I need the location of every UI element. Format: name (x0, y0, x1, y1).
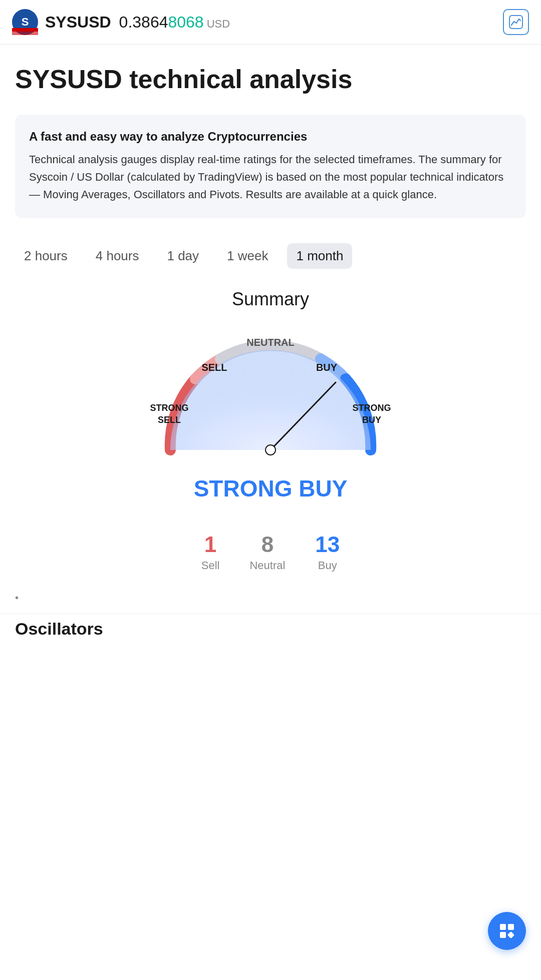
stat-neutral: 8 Neutral (249, 532, 285, 572)
stat-sell-label: Sell (201, 559, 220, 572)
timeframe-tabs: 2 hours 4 hours 1 day 1 week 1 month (0, 228, 541, 274)
timeframe-2hours[interactable]: 2 hours (15, 243, 77, 269)
oscillators-heading: Oscillators (0, 614, 541, 654)
page-title-section: SYSUSD technical analysis (0, 45, 541, 105)
logo-icon: S (12, 9, 38, 35)
timeframe-1month[interactable]: 1 month (287, 243, 352, 269)
sell-label: SELL (201, 362, 227, 373)
svg-rect-2 (12, 28, 38, 32)
chart-icon (509, 15, 523, 29)
info-box-title: A fast and easy way to analyze Cryptocur… (29, 130, 512, 144)
page-title: SYSUSD technical analysis (15, 65, 526, 95)
strong-buy-label-line1: STRONG (352, 403, 391, 413)
neutral-label: NEUTRAL (246, 337, 295, 348)
header-price: 0.38648068USD (119, 13, 230, 32)
stat-neutral-value: 8 (249, 532, 285, 557)
strong-sell-label-line1: STRONG (150, 403, 188, 413)
svg-rect-4 (509, 16, 522, 29)
bottom-dot: • (0, 582, 541, 609)
svg-point-6 (265, 445, 276, 455)
info-box: A fast and easy way to analyze Cryptocur… (15, 115, 526, 219)
signal-label: STRONG BUY (15, 475, 526, 502)
timeframe-1day[interactable]: 1 day (158, 243, 208, 269)
stats-row: 1 Sell 8 Neutral 13 Buy (0, 532, 541, 582)
price-highlight: 8068 (168, 13, 203, 31)
chart-button[interactable] (503, 9, 529, 35)
stat-sell: 1 Sell (201, 532, 220, 572)
header-symbol: SYSUSD (45, 13, 111, 32)
svg-rect-3 (12, 32, 38, 35)
header: S SYSUSD 0.38648068USD (0, 0, 541, 45)
strong-sell-label-line2: SELL (158, 415, 181, 425)
stat-buy-label: Buy (315, 559, 340, 572)
gauge-container: NEUTRAL SELL BUY STRONG SELL STRONG BUY (140, 325, 401, 465)
stat-sell-value: 1 (201, 532, 220, 557)
timeframe-4hours[interactable]: 4 hours (87, 243, 148, 269)
price-start: 0.3864 (119, 13, 168, 31)
stat-buy: 13 Buy (315, 532, 340, 572)
stat-neutral-label: Neutral (249, 559, 285, 572)
buy-label: BUY (316, 362, 338, 373)
gauge-svg: NEUTRAL SELL BUY STRONG SELL STRONG BUY (140, 325, 401, 465)
stat-buy-value: 13 (315, 532, 340, 557)
summary-section: Summary (0, 274, 541, 532)
timeframe-1week[interactable]: 1 week (218, 243, 277, 269)
info-box-text: Technical analysis gauges display real-t… (29, 151, 512, 204)
summary-title: Summary (15, 289, 526, 310)
svg-text:S: S (22, 16, 29, 28)
strong-buy-label-line2: BUY (362, 415, 381, 425)
header-currency: USD (207, 18, 230, 30)
